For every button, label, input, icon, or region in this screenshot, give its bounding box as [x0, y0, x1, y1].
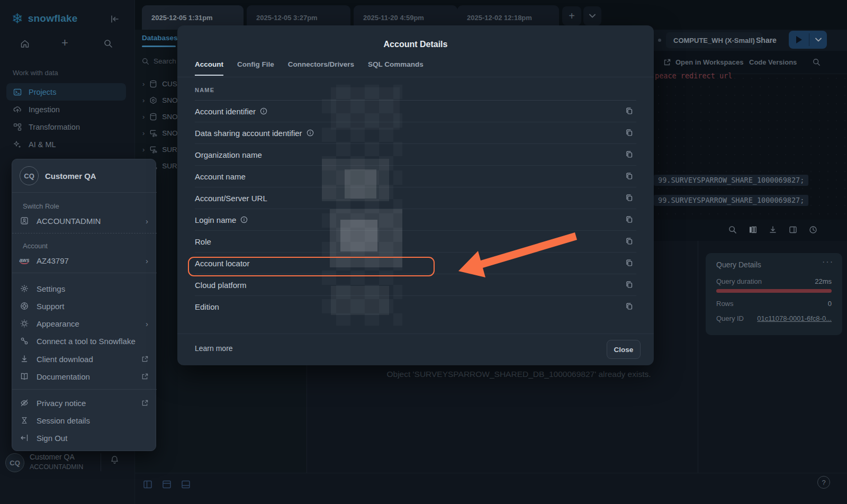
menu-item-account[interactable]: aws AZ43797 › — [12, 253, 157, 268]
divider — [12, 233, 157, 233]
learn-more-link[interactable]: Learn more — [195, 344, 233, 353]
hourglass-icon — [12, 416, 37, 425]
book-icon — [12, 372, 37, 381]
gear-icon — [12, 284, 37, 293]
switch-role-label: Switch Role — [23, 202, 59, 210]
copy-button[interactable] — [625, 302, 633, 310]
menu-item-connect-tool[interactable]: Connect a tool to Snowflake — [12, 333, 157, 349]
copy-button[interactable] — [625, 107, 633, 115]
menu-item-client-download[interactable]: Client download — [12, 351, 157, 367]
info-icon[interactable] — [307, 129, 314, 137]
divider — [177, 77, 654, 77]
aws-icon: aws — [12, 257, 37, 264]
divider — [12, 192, 157, 193]
brightness-icon — [12, 319, 37, 328]
copy-icon — [625, 237, 633, 245]
menu-item-session-details[interactable]: Session details — [12, 412, 157, 428]
info-icon[interactable] — [260, 107, 267, 115]
snowsight-app: 2025-12-05 1:31pm 2025-12-05 3:27pm 2025… — [0, 0, 847, 504]
redaction-patch — [331, 87, 400, 130]
copy-icon — [625, 215, 633, 223]
copy-icon — [625, 194, 633, 202]
redaction-patch — [331, 286, 389, 315]
role-badge-icon — [12, 217, 37, 225]
copy-button[interactable] — [625, 215, 633, 223]
tab-sql-commands[interactable]: SQL Commands — [368, 60, 424, 76]
modal-title: Account Details — [177, 40, 654, 49]
info-icon[interactable] — [240, 216, 248, 223]
chevron-right-icon: › — [146, 256, 148, 265]
tab-config-file[interactable]: Config File — [237, 60, 274, 76]
menu-item-privacy-notice[interactable]: Privacy notice — [12, 395, 157, 411]
redaction-patch — [340, 220, 377, 251]
copy-icon — [625, 302, 633, 310]
row-account-identifier: Account identifier — [195, 101, 636, 122]
divider — [177, 334, 654, 334]
download-icon — [12, 355, 37, 363]
row-login-name: Login name — [195, 209, 636, 231]
eye-off-icon — [12, 399, 37, 407]
copy-icon — [625, 281, 633, 289]
life-buoy-icon — [12, 302, 37, 310]
copy-button[interactable] — [625, 172, 633, 180]
copy-button[interactable] — [625, 150, 633, 158]
tab-account[interactable]: Account — [195, 60, 223, 76]
row-organization-name: Organization name — [195, 144, 636, 166]
menu-item-sign-out[interactable]: Sign Out — [12, 430, 157, 446]
copy-button[interactable] — [625, 281, 633, 289]
external-link-icon — [141, 400, 148, 407]
copy-button[interactable] — [625, 259, 633, 267]
copy-button[interactable] — [625, 194, 633, 202]
menu-item-settings[interactable]: Settings — [12, 281, 157, 296]
connect-icon — [12, 337, 37, 345]
column-header-name: NAME — [195, 87, 214, 93]
external-link-icon — [141, 356, 148, 363]
copy-icon — [625, 259, 633, 267]
row-role: Role — [195, 231, 636, 253]
menu-item-appearance[interactable]: Appearance › — [12, 316, 157, 331]
user-menu-name: Customer QA — [45, 172, 96, 181]
row-account-name: Account name — [195, 166, 636, 187]
copy-icon — [625, 129, 633, 137]
copy-icon — [625, 107, 633, 115]
divider — [12, 273, 157, 273]
chevron-right-icon: › — [146, 319, 148, 328]
redaction-patch — [345, 169, 376, 199]
row-account-server-url: Account/Server URL — [195, 187, 636, 209]
avatar: CQ — [20, 166, 39, 185]
tab-connectors-drivers[interactable]: Connectors/Drivers — [288, 60, 354, 76]
sign-out-icon — [12, 434, 37, 442]
account-locator-highlight — [188, 257, 435, 276]
modal-tabs: Account Config File Connectors/Drivers S… — [195, 60, 424, 76]
copy-button[interactable] — [625, 129, 633, 137]
divider — [12, 389, 157, 390]
copy-icon — [625, 172, 633, 180]
redacted-values — [322, 85, 402, 326]
menu-item-documentation[interactable]: Documentation — [12, 368, 157, 384]
copy-icon — [625, 150, 633, 158]
row-cloud-platform: Cloud platform — [195, 274, 636, 296]
row-data-sharing-identifier: Data sharing account identifier — [195, 122, 636, 144]
menu-item-role[interactable]: ACCOUNTADMIN › — [12, 213, 157, 229]
chevron-right-icon: › — [146, 217, 148, 226]
user-menu-popup: CQ Customer QA Switch Role ACCOUNTADMIN … — [12, 159, 156, 451]
close-button[interactable]: Close — [607, 340, 641, 359]
menu-item-support[interactable]: Support — [12, 298, 157, 314]
external-link-icon — [141, 373, 148, 380]
account-details-modal: Account Details Account Config File Conn… — [177, 25, 654, 365]
account-label: Account — [23, 242, 48, 250]
row-edition: Edition — [195, 296, 636, 318]
copy-button[interactable] — [625, 237, 633, 245]
